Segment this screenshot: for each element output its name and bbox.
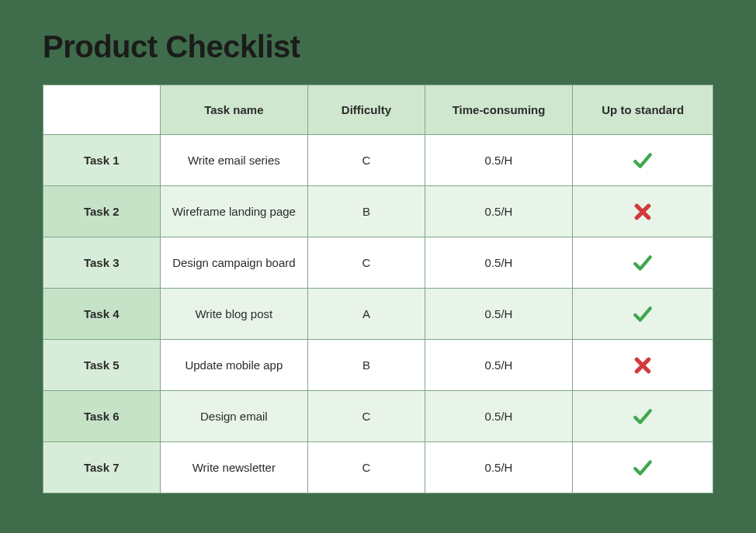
difficulty-cell: B (308, 340, 425, 391)
row-label: Task 1 (43, 135, 161, 186)
check-icon (633, 306, 653, 319)
standard-cell (573, 340, 713, 391)
task-name-cell: Write newsletter (160, 442, 308, 493)
row-label: Task 3 (43, 237, 161, 289)
time-cell: 0.5/H (425, 289, 573, 340)
standard-cell (573, 186, 713, 237)
header-difficulty: Difficulty (308, 85, 425, 135)
table-row: Task 5 Update mobile app B 0.5/H (43, 340, 713, 391)
cross-icon (633, 355, 653, 376)
task-name-cell: Update mobile app (160, 340, 308, 391)
task-name-cell: Write email series (160, 135, 308, 186)
check-icon (633, 408, 653, 421)
row-label: Task 6 (43, 391, 161, 442)
time-cell: 0.5/H (425, 237, 573, 289)
row-label: Task 5 (43, 340, 161, 391)
header-standard: Up to standard (573, 85, 713, 135)
check-icon (633, 253, 653, 273)
check-icon (633, 459, 653, 472)
standard-cell (573, 135, 713, 186)
table-row: Task 1 Write email series C 0.5/H (43, 135, 713, 186)
table-row: Task 2 Wireframe landing page B 0.5/H (43, 186, 713, 237)
check-icon (633, 254, 653, 268)
standard-cell (573, 391, 713, 442)
difficulty-cell: B (308, 186, 425, 237)
time-cell: 0.5/H (425, 186, 573, 237)
task-name-cell: Wireframe landing page (160, 186, 308, 237)
cross-icon (633, 202, 653, 222)
difficulty-cell: A (308, 289, 425, 340)
time-cell: 0.5/H (425, 135, 573, 186)
table-row: Task 4 Write blog post A 0.5/H (43, 289, 713, 340)
task-name-cell: Design email (160, 391, 308, 442)
page-title: Product Checklist (43, 29, 713, 64)
task-name-cell: Design campaign board (160, 237, 308, 289)
check-icon (633, 151, 653, 171)
difficulty-cell: C (308, 442, 425, 493)
task-name-cell: Write blog post (160, 289, 308, 340)
row-label: Task 7 (43, 442, 161, 493)
time-cell: 0.5/H (425, 391, 573, 442)
standard-cell (573, 442, 713, 493)
check-icon (633, 304, 653, 324)
standard-cell (573, 289, 713, 340)
standard-cell (573, 237, 713, 289)
row-label: Task 2 (43, 186, 161, 237)
table-body: Task 1 Write email series C 0.5/H Task 2… (43, 135, 713, 493)
difficulty-cell: C (308, 391, 425, 442)
check-icon (633, 407, 653, 427)
header-time: Time-consuming (425, 85, 573, 135)
table-row: Task 7 Write newsletter C 0.5/H (43, 442, 713, 493)
difficulty-cell: C (308, 135, 425, 186)
table-row: Task 6 Design email C 0.5/H (43, 391, 713, 442)
time-cell: 0.5/H (425, 340, 573, 391)
cross-icon (633, 203, 653, 216)
difficulty-cell: C (308, 237, 425, 289)
check-icon (633, 458, 653, 478)
table-header-row: Task name Difficulty Time-consuming Up t… (43, 85, 713, 135)
cross-icon (633, 357, 653, 370)
check-icon (633, 152, 653, 165)
page: Product Checklist Task name Difficulty T… (0, 0, 756, 533)
row-label: Task 4 (43, 289, 161, 340)
time-cell: 0.5/H (425, 442, 573, 493)
table-row: Task 3 Design campaign board C 0.5/H (43, 237, 713, 289)
header-task-name: Task name (160, 85, 308, 135)
checklist-table: Task name Difficulty Time-consuming Up t… (43, 85, 713, 493)
header-blank (43, 85, 161, 135)
